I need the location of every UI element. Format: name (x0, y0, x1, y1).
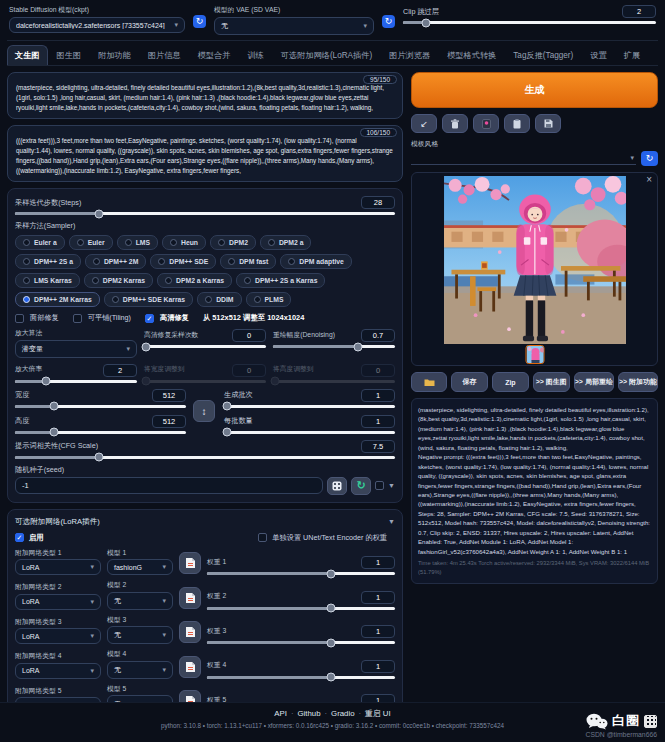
sampler-option[interactable]: DPM2 Karras (84, 273, 153, 288)
tab-model-converter[interactable]: 模型格式转换 (439, 45, 504, 65)
footer-link-api[interactable]: API (274, 709, 287, 718)
footer-link-github[interactable]: Github (298, 709, 321, 718)
lora-type-dropdown[interactable]: LoRA▾ (15, 594, 101, 610)
lora-model-info-button[interactable] (179, 656, 201, 678)
hires-steps-slider[interactable] (144, 345, 266, 348)
sampler-option[interactable]: LMS Karras (15, 273, 80, 288)
send-to-img2img-button[interactable]: >> 图生图 (533, 372, 570, 392)
sampler-option[interactable]: DPM++ 2M (85, 254, 146, 269)
clip-skip-slider[interactable] (403, 21, 656, 24)
sampler-option[interactable]: DPM++ 2S a (15, 254, 81, 269)
vae-refresh-button[interactable]: ↻ (193, 15, 206, 28)
sampler-option[interactable]: DDIM (197, 292, 241, 307)
tab-checkpoint-merger[interactable]: 模型合并 (190, 45, 239, 65)
save-image-button[interactable]: 保存 (451, 372, 488, 392)
width-slider[interactable] (15, 405, 186, 408)
tiling-checkbox[interactable] (73, 314, 82, 323)
sampler-option[interactable]: DPM2 a Karras (157, 273, 232, 288)
sampler-option[interactable]: LMS (117, 235, 158, 250)
negative-prompt-textarea[interactable]: (((extra feet))),3 feet,more than two fe… (16, 136, 394, 176)
tab-tagger[interactable]: Tag反推(Tagger) (505, 45, 581, 65)
lora-model-dropdown[interactable]: fashionG▾ (107, 559, 173, 575)
lora-model-info-button[interactable] (179, 552, 201, 574)
clear-prompt-button[interactable] (442, 114, 468, 133)
cfg-value[interactable]: 7.5 (361, 440, 395, 453)
tab-txt2img[interactable]: 文生图 (7, 45, 48, 65)
lora-type-dropdown[interactable]: LoRA▾ (15, 628, 101, 644)
restore-faces-checkbox[interactable] (15, 314, 24, 323)
tab-train[interactable]: 训练 (239, 45, 271, 65)
sampler-option[interactable]: DPM2 a (260, 235, 312, 250)
styles-refresh-button[interactable]: ↻ (641, 151, 658, 166)
height-value[interactable]: 512 (152, 415, 186, 428)
zip-button[interactable]: Zip (492, 372, 529, 392)
send-to-extras-button[interactable]: >> 附加功能 (618, 372, 658, 392)
batch-size-slider[interactable] (224, 431, 395, 434)
width-value[interactable]: 512 (152, 389, 186, 402)
denoising-slider[interactable] (273, 345, 395, 348)
hires-fix-checkbox[interactable]: ✓ (145, 314, 154, 323)
random-seed-button[interactable] (327, 477, 347, 495)
sampler-option[interactable]: Heun (162, 235, 206, 250)
upscale-by-value[interactable]: 2 (103, 364, 137, 377)
sampler-option[interactable]: Euler (69, 235, 113, 250)
lora-separate-weights-checkbox[interactable] (258, 533, 267, 542)
gallery-thumbnail[interactable] (525, 345, 544, 364)
seed-input[interactable]: -1 (15, 477, 323, 494)
save-style-button[interactable] (535, 114, 561, 133)
close-icon[interactable]: × (646, 175, 652, 185)
swap-dimensions-button[interactable]: ↕ (193, 400, 215, 422)
tab-png-info[interactable]: 图片信息 (140, 45, 189, 65)
batch-size-value[interactable]: 1 (361, 415, 395, 428)
lora-enable-checkbox[interactable]: ✓ (15, 533, 24, 542)
extra-networks-button[interactable] (473, 114, 499, 133)
sampler-option[interactable]: DPM++ SDE (150, 254, 216, 269)
lora-model-dropdown[interactable]: 无▾ (107, 661, 173, 679)
lora-model-info-button[interactable] (179, 587, 201, 609)
reuse-seed-button[interactable]: ↻ (351, 477, 371, 495)
batch-count-slider[interactable] (224, 405, 395, 408)
sampler-option[interactable]: PLMS (246, 292, 292, 307)
apply-style-button[interactable] (504, 114, 530, 133)
open-folder-button[interactable] (411, 372, 447, 392)
sampler-option[interactable]: DPM2 (210, 235, 256, 250)
lora-type-dropdown[interactable]: LoRA▾ (15, 559, 101, 575)
upscaler-dropdown[interactable]: 潜变量 ▾ (15, 340, 137, 358)
sampler-option[interactable]: DPM fast (220, 254, 276, 269)
send-to-inpaint-button[interactable]: >> 局部重绘 (574, 372, 614, 392)
cfg-slider[interactable] (15, 456, 395, 459)
lora-weight-slider[interactable] (207, 607, 395, 610)
lora-type-dropdown[interactable]: LoRA▾ (15, 663, 101, 679)
styles-dropdown[interactable]: ▾ (411, 152, 636, 165)
sampler-option[interactable]: DPM adaptive (280, 254, 352, 269)
tab-img2img[interactable]: 图生图 (49, 45, 90, 65)
clip-skip-value[interactable]: 2 (622, 5, 656, 18)
lora-weight-value[interactable]: 1 (361, 591, 395, 604)
extra-seed-checkbox[interactable] (375, 481, 384, 490)
lora-weight-value[interactable]: 1 (361, 625, 395, 638)
tab-additional-networks[interactable]: 可选附加网络(LoRA插件) (273, 45, 380, 65)
steps-value[interactable]: 28 (361, 196, 395, 209)
lora-model-info-button[interactable] (179, 621, 201, 643)
lora-weight-value[interactable]: 1 (361, 660, 395, 673)
generated-image[interactable] (444, 176, 626, 346)
sampler-option[interactable]: DPM++ 2S a Karras (236, 273, 325, 288)
denoising-value[interactable]: 0.7 (361, 329, 395, 342)
checkpoint-dropdown[interactable]: dalceforealistictallyv2.safetensors [733… (9, 17, 185, 33)
generate-button[interactable]: 生成 (411, 72, 658, 108)
prompt-textarea[interactable]: (masterpiece, sidelighting, ultra-detail… (16, 83, 394, 113)
hires-steps-value[interactable]: 0 (232, 329, 266, 342)
sampler-option-selected[interactable]: DPM++ 2M Karras (15, 292, 100, 307)
clip-refresh-button[interactable]: ↻ (382, 15, 395, 28)
lora-weight-value[interactable]: 1 (361, 556, 395, 569)
lora-header[interactable]: 可选附加网络(LoRA插件) ▼ (15, 517, 395, 527)
upscale-by-slider[interactable] (15, 380, 137, 383)
footer-link-gradio[interactable]: Gradio (331, 709, 354, 718)
lora-weight-slider[interactable] (207, 572, 395, 575)
footer-link-restart-ui[interactable]: 重启 UI (365, 709, 391, 718)
vae-dropdown[interactable]: 无 ▾ (214, 17, 374, 35)
lora-model-dropdown[interactable]: 无▾ (107, 626, 173, 644)
steps-slider[interactable] (15, 212, 395, 215)
height-slider[interactable] (15, 431, 186, 434)
read-params-button[interactable]: ↙ (411, 114, 437, 133)
